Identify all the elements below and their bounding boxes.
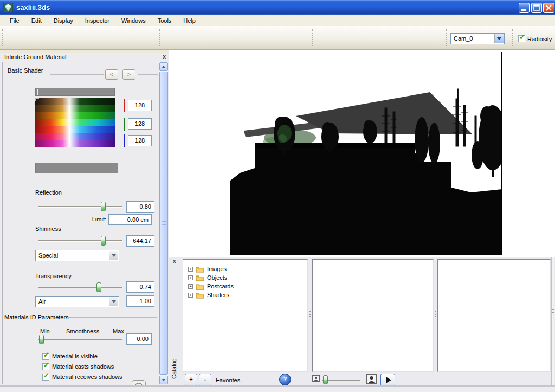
play-button[interactable] [380, 374, 395, 386]
minimize-button[interactable] [519, 3, 530, 13]
folder-icon [196, 274, 204, 281]
expand-icon[interactable]: + [188, 293, 193, 298]
rendered-scene-image [224, 52, 502, 255]
green-value-input[interactable]: 128 [128, 118, 152, 130]
prev-shader-button[interactable]: < [105, 69, 118, 80]
maximize-button[interactable] [531, 3, 542, 13]
limit-value-input[interactable]: 0.00 cm [108, 214, 152, 225]
catalog-close-button[interactable]: x [173, 258, 176, 264]
catalog-add-button[interactable]: + [185, 374, 197, 386]
green-channel-bar [124, 118, 125, 131]
close-button[interactable] [543, 3, 554, 13]
menu-windows[interactable]: Windows [115, 16, 152, 25]
toolbar-grip[interactable] [446, 29, 448, 46]
refraction-value-input[interactable]: 1.00 [126, 295, 154, 307]
render-viewport[interactable] [169, 50, 555, 256]
transparency-slider-track[interactable] [38, 287, 122, 288]
catalog-remove-button[interactable]: - [199, 374, 211, 386]
pane-splitter[interactable] [309, 259, 312, 372]
expand-icon[interactable]: + [188, 284, 193, 289]
smoothness-value-input[interactable]: 0.00 [126, 333, 152, 345]
scrollbar-thumb[interactable] [159, 72, 168, 375]
menu-help[interactable]: Help [177, 16, 202, 25]
thumbnail-size-slider-thumb[interactable] [323, 375, 328, 384]
catalog-middle-pane[interactable] [312, 259, 434, 372]
inspector-scrollbar[interactable] [159, 62, 168, 384]
folder-icon [196, 266, 204, 273]
medium-dropdown[interactable]: Air [35, 296, 119, 307]
tree-item-label: Postcards [207, 283, 234, 290]
expand-icon[interactable]: + [188, 267, 193, 272]
color-spectrum-picker[interactable] [35, 98, 115, 147]
shader-name-input[interactable] [35, 88, 115, 96]
clipped-bottom-button[interactable] [132, 380, 146, 386]
arrow-down-icon [162, 379, 165, 381]
divider [67, 317, 157, 318]
toolbar-grip[interactable] [159, 29, 161, 46]
help-button[interactable]: ? [279, 374, 291, 385]
medium-value: Air [38, 298, 46, 305]
thumbnail-size-slider-track[interactable] [322, 380, 360, 381]
inspector-close-button[interactable]: x [163, 54, 166, 60]
next-shader-button[interactable]: > [122, 69, 135, 80]
camera-select-dropdown[interactable]: Cam_0 [450, 33, 505, 44]
material-casts-shadows-checkbox[interactable]: ✓ [42, 363, 49, 370]
chevron-down-icon[interactable] [109, 297, 118, 306]
toolbar-grip[interactable] [2, 29, 4, 46]
min-label: Min [40, 328, 50, 335]
menu-tools[interactable]: Tools [152, 16, 178, 25]
thumbnail-small-icon[interactable] [312, 375, 320, 382]
menu-file[interactable]: File [4, 16, 25, 25]
pane-splitter[interactable] [434, 259, 437, 372]
reflection-slider-track[interactable] [38, 206, 122, 207]
red-channel-bar [124, 99, 125, 112]
thumbnail-large-icon[interactable] [366, 374, 377, 384]
menu-display[interactable]: Display [48, 16, 79, 25]
toolbar-grip[interactable] [512, 29, 514, 46]
scroll-up-button[interactable] [159, 62, 168, 71]
tree-item-objects[interactable]: + Objects [183, 274, 307, 282]
expand-icon[interactable]: + [188, 275, 193, 280]
toolbar-grip[interactable] [312, 29, 313, 46]
smoothness-slider-track[interactable] [38, 339, 122, 340]
smoothness-slider-thumb[interactable] [39, 335, 44, 344]
blue-value-input[interactable]: 128 [128, 135, 152, 146]
menu-inspector[interactable]: Inspector [79, 16, 115, 25]
material-visible-checkbox[interactable]: ✓ [42, 353, 49, 360]
app-logo-icon [3, 3, 13, 12]
tree-item-shaders[interactable]: + Shaders [183, 291, 307, 300]
chevron-down-icon[interactable] [494, 34, 504, 43]
radiosity-checkbox[interactable]: ✓ [518, 35, 525, 42]
shininess-value-input[interactable]: 644.17 [126, 235, 154, 247]
catalog-panel: x Catalog + Images + Objects + Postcards… [169, 256, 555, 387]
favorites-label: Favorites [216, 377, 240, 383]
reflection-slider-thumb[interactable] [101, 202, 106, 211]
red-value-input[interactable]: 128 [128, 100, 152, 111]
tree-item-images[interactable]: + Images [183, 265, 307, 274]
material-receives-shadows-checkbox[interactable]: ✓ [42, 374, 49, 381]
title-bar[interactable]: saxliii.3ds [0, 0, 555, 15]
shininess-slider-track[interactable] [38, 240, 122, 241]
limit-label: Limit: [81, 216, 106, 222]
reflection-value-input[interactable]: 0.80 [126, 201, 154, 213]
chevron-down-icon[interactable] [109, 251, 118, 260]
menu-edit[interactable]: Edit [25, 16, 48, 25]
catalog-tab-label[interactable]: Catalog [171, 352, 179, 385]
main-toolbar: » Cam_0 ✓ Radiosity [0, 26, 555, 50]
shininess-mode-value: Special [38, 252, 58, 259]
smoothness-label: Smoothness [66, 328, 99, 335]
divider [50, 74, 104, 75]
close-icon [544, 3, 554, 12]
window-title: saxliii.3ds [16, 3, 50, 11]
transparency-value-input[interactable]: 0.74 [126, 281, 154, 293]
shininess-mode-dropdown[interactable]: Special [35, 250, 119, 261]
catalog-right-pane[interactable] [437, 259, 551, 372]
arrow-up-icon [162, 66, 165, 68]
check-icon: ✓ [519, 34, 525, 41]
scroll-down-button[interactable] [159, 376, 168, 384]
shininess-slider-thumb[interactable] [101, 236, 106, 246]
right-edge-splitter[interactable] [551, 257, 554, 387]
catalog-tree-pane[interactable]: + Images + Objects + Postcards + Shaders [183, 259, 308, 372]
tree-item-postcards[interactable]: + Postcards [183, 282, 307, 291]
transparency-slider-thumb[interactable] [96, 282, 101, 292]
